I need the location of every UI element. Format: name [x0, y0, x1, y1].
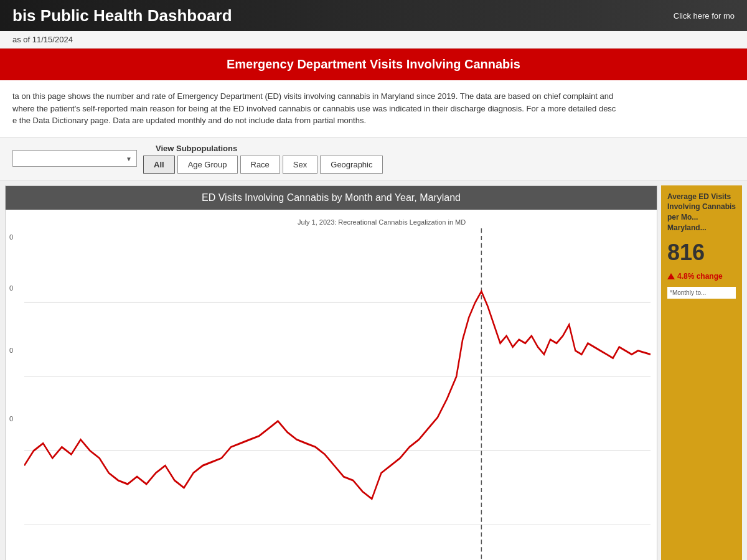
- side-panel-title: Average ED Visits Involving Cannabis per…: [667, 192, 736, 233]
- chart-line: [24, 291, 651, 499]
- y-label-3: 0: [9, 347, 13, 354]
- page-header: bis Public Health Dashboard Click here f…: [0, 0, 747, 31]
- filter-select-wrapper: [12, 150, 137, 167]
- chart-annotation: July 1, 2023: Recreational Cannabis Lega…: [298, 218, 466, 226]
- description-line3: e the Data Dictionary page. Data are upd…: [12, 114, 735, 127]
- page-title: bis Public Health Dashboard: [12, 6, 232, 26]
- chart-title: ED Visits Involving Cannabis by Month an…: [6, 186, 657, 210]
- chart-container: ED Visits Involving Cannabis by Month an…: [5, 185, 657, 561]
- side-panel-change: 4.8% change: [667, 272, 736, 281]
- chart-inner: July 1, 2023: Recreational Cannabis Lega…: [6, 210, 657, 561]
- description-block: ta on this page shows the number and rat…: [0, 80, 747, 138]
- subpop-btn-age[interactable]: Age Group: [177, 156, 238, 174]
- subpop-btn-race[interactable]: Race: [240, 156, 280, 174]
- subpop-label: View Subpopulations: [156, 144, 237, 153]
- date-line: as of 11/15/2024: [0, 31, 747, 49]
- section-banner: Emergency Department Visits Involving Ca…: [0, 49, 747, 80]
- subpop-buttons: All Age Group Race Sex Geographic: [143, 156, 383, 174]
- side-panel: Average ED Visits Involving Cannabis per…: [661, 185, 742, 561]
- subpop-btn-all[interactable]: All: [143, 156, 175, 174]
- filter-dropdown[interactable]: [12, 150, 137, 167]
- subpopulation-group: View Subpopulations All Age Group Race S…: [143, 144, 383, 174]
- main-content: ED Visits Involving Cannabis by Month an…: [0, 180, 747, 561]
- date-text: as of 11/15/2024: [12, 35, 73, 44]
- subpop-btn-sex[interactable]: Sex: [283, 156, 317, 174]
- side-panel-number: 816: [667, 240, 736, 266]
- side-panel-note: *Monthly to...: [667, 287, 736, 299]
- filter-bar: View Subpopulations All Age Group Race S…: [0, 138, 747, 180]
- subpop-btn-geographic[interactable]: Geographic: [320, 156, 383, 174]
- description-line1: ta on this page shows the number and rat…: [12, 90, 735, 103]
- banner-title: Emergency Department Visits Involving Ca…: [227, 57, 520, 71]
- change-text: 4.8% change: [677, 272, 723, 281]
- line-chart-svg: [24, 228, 651, 561]
- triangle-up-icon: [667, 273, 675, 279]
- y-label-top: 0: [9, 233, 13, 241]
- y-label-2: 0: [9, 284, 13, 292]
- header-link[interactable]: Click here for mo: [674, 11, 735, 21]
- description-line2: where the patient's self-reported main r…: [12, 103, 735, 115]
- y-label-4: 0: [9, 415, 13, 422]
